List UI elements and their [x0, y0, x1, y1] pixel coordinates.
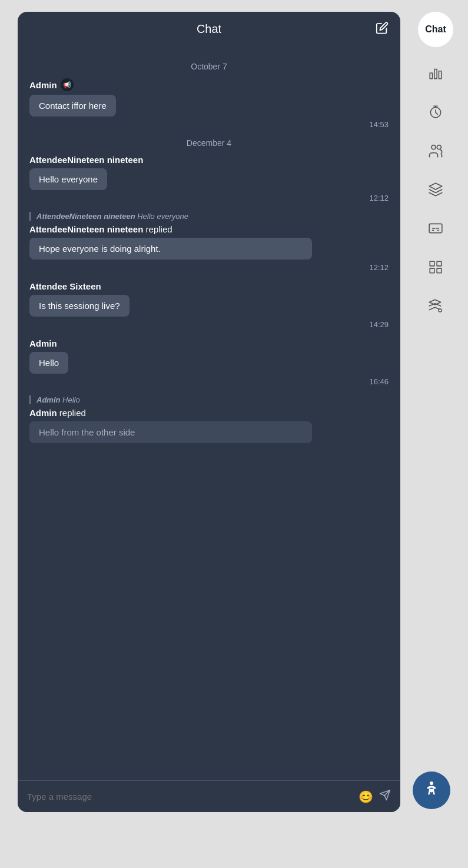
- accessibility-button[interactable]: [413, 771, 450, 809]
- sidebar-item-captions[interactable]: [418, 211, 453, 246]
- reply-reference: AttendeeNineteen nineteen Hello everyone: [29, 212, 389, 221]
- message-time: 12:12: [29, 194, 389, 202]
- apps-icon: [428, 298, 443, 314]
- sidebar-item-timer[interactable]: [418, 94, 453, 129]
- sidebar-item-chat[interactable]: Chat: [418, 12, 453, 47]
- sidebar-item-apps[interactable]: [418, 288, 453, 324]
- message-sender: Attendee Sixteen: [29, 281, 389, 291]
- message-time: 16:46: [29, 377, 389, 386]
- reply-group: Admin Hello Admin replied Hello from the…: [29, 395, 389, 445]
- svg-point-16: [430, 781, 433, 785]
- sidebar-item-attendees[interactable]: [418, 133, 453, 168]
- chart-bar-icon: [428, 65, 443, 81]
- svg-rect-11: [437, 261, 442, 266]
- admin-megaphone-icon: 📢: [61, 78, 74, 91]
- chat-messages: October 7 Admin 📢 Contact iffor here 14:…: [18, 46, 400, 780]
- reply-sender-line: Admin replied: [29, 408, 389, 418]
- message-sender: Admin: [29, 338, 389, 348]
- svg-marker-8: [429, 183, 442, 189]
- reply-bubble: Hello from the other side: [29, 421, 312, 443]
- message-group: AttendeeNineteen nineteen Hello everyone…: [29, 155, 389, 202]
- chat-panel: Chat October 7 Admin 📢 Cont: [18, 12, 400, 812]
- message-bubble: Is this sessiong live?: [29, 295, 130, 317]
- sidebar-item-layers[interactable]: [418, 172, 453, 207]
- svg-rect-3: [434, 69, 437, 79]
- layers-icon: [428, 182, 443, 197]
- svg-rect-2: [430, 73, 432, 79]
- message-bubble: Hello everyone: [29, 168, 107, 190]
- message-bubble: Hello: [29, 352, 68, 374]
- svg-point-7: [437, 145, 441, 149]
- compose-icon[interactable]: [376, 21, 389, 37]
- message-time: 14:53: [29, 120, 389, 129]
- reply-sender-line: AttendeeNineteen nineteen replied: [29, 224, 389, 234]
- reply-reference: Admin Hello: [29, 395, 389, 404]
- message-time: 14:29: [29, 320, 389, 329]
- group-icon: [427, 142, 444, 159]
- message-group: Attendee Sixteen Is this sessiong live? …: [29, 281, 389, 329]
- svg-point-6: [432, 145, 436, 149]
- svg-rect-12: [430, 268, 434, 273]
- chat-panel-title: Chat: [197, 22, 221, 36]
- message-sender: Admin 📢: [29, 78, 389, 91]
- reply-group: AttendeeNineteen nineteen Hello everyone…: [29, 212, 389, 272]
- right-sidebar: Chat: [415, 12, 456, 483]
- sidebar-item-grid[interactable]: [418, 250, 453, 285]
- accessibility-icon: [421, 780, 442, 801]
- chat-input-area: 😊: [18, 780, 400, 812]
- emoji-button[interactable]: 😊: [359, 790, 373, 804]
- reply-bubble: Hope everyone is doing alright.: [29, 238, 312, 260]
- svg-rect-9: [429, 224, 442, 232]
- sidebar-item-polls[interactable]: [418, 55, 453, 91]
- svg-rect-13: [437, 268, 442, 273]
- app-container: Chat October 7 Admin 📢 Cont: [0, 12, 468, 856]
- message-bubble: Contact iffor here: [29, 95, 116, 117]
- message-sender: AttendeeNineteen nineteen: [29, 155, 389, 165]
- message-group: Admin Hello 16:46: [29, 338, 389, 386]
- svg-rect-4: [439, 71, 441, 79]
- message-group: Admin 📢 Contact iffor here 14:53: [29, 78, 389, 129]
- message-time: 12:12: [29, 263, 389, 272]
- timer-icon: [428, 104, 443, 119]
- svg-point-15: [439, 310, 441, 311]
- chat-input[interactable]: [27, 791, 353, 802]
- svg-rect-10: [430, 261, 434, 266]
- send-button[interactable]: [379, 789, 391, 804]
- grid-icon: [428, 260, 443, 275]
- date-divider-dec4: December 4: [29, 138, 389, 148]
- captions-icon: [428, 221, 443, 236]
- date-divider-oct7: October 7: [29, 62, 389, 71]
- chat-header: Chat: [18, 12, 400, 46]
